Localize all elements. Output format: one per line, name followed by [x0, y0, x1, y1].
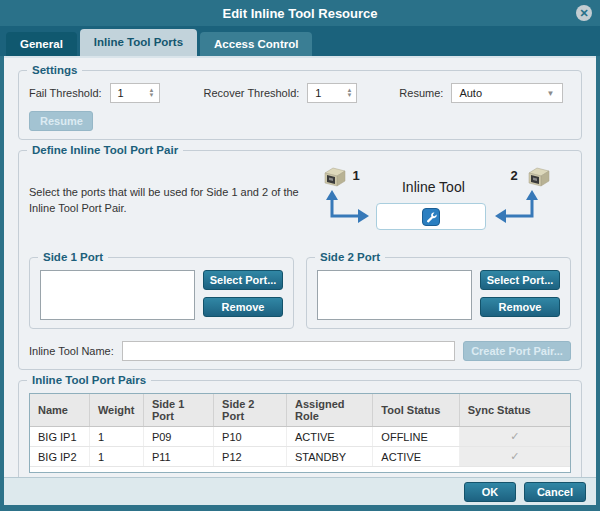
table-row[interactable]: BIG IP1 1 P09 P10 ACTIVE OFFLINE ✓ — [30, 427, 570, 447]
inline-tool-name-label: Inline Tool Name: — [29, 345, 114, 357]
sync-check-icon: ✓ — [459, 427, 570, 447]
edit-inline-tool-resource-dialog: Edit Inline Tool Resource ✕ General Inli… — [0, 0, 600, 511]
cell-side2: P12 — [214, 447, 287, 467]
column-header-side2[interactable]: Side 2 Port — [214, 394, 287, 427]
column-header-role[interactable]: Assigned Role — [286, 394, 372, 427]
resume-selected-value: Auto — [452, 87, 546, 99]
chevron-down-icon: ▼ — [546, 89, 562, 98]
cell-side1: P09 — [143, 427, 213, 447]
port-1-icon — [322, 165, 348, 189]
inline-tool-box — [376, 203, 486, 230]
side-1-port-list[interactable] — [40, 270, 195, 320]
spin-down-icon[interactable]: ▼ — [149, 93, 155, 98]
define-port-pair-legend: Define Inline Tool Port Pair — [27, 144, 183, 156]
column-header-sync-status[interactable]: Sync Status — [459, 394, 570, 427]
ok-button[interactable]: OK — [464, 482, 516, 502]
define-port-pair-fieldset: Define Inline Tool Port Pair Select the … — [18, 150, 582, 370]
port-2-icon — [526, 165, 552, 189]
title-bar: Edit Inline Tool Resource ✕ — [0, 0, 600, 26]
side-2-select-port-button[interactable]: Select Port... — [480, 270, 560, 290]
side-2-port-legend: Side 2 Port — [315, 251, 385, 263]
inline-tool-label: Inline Tool — [378, 179, 488, 195]
side-1-port-fieldset: Side 1 Port Select Port... Remove — [29, 257, 294, 329]
cell-weight: 1 — [89, 427, 143, 447]
column-header-side1[interactable]: Side 1 Port — [143, 394, 213, 427]
cell-name: BIG IP1 — [30, 427, 89, 447]
tab-bar: General Inline Tool Ports Access Control — [0, 26, 600, 56]
spin-down-icon[interactable]: ▼ — [346, 93, 352, 98]
cell-tool-status: ACTIVE — [373, 447, 459, 467]
side-1-port-legend: Side 1 Port — [38, 251, 108, 263]
inline-tool-name-input[interactable] — [122, 341, 455, 361]
cancel-button[interactable]: Cancel — [524, 482, 586, 502]
inline-tool-diagram: 1 Inline Tool 2 — [320, 163, 571, 247]
tab-inline-tool-ports[interactable]: Inline Tool Ports — [80, 29, 197, 56]
side-2-port-list[interactable] — [317, 270, 472, 320]
cell-weight: 1 — [89, 447, 143, 467]
side-2-port-fieldset: Side 2 Port Select Port... Remove — [306, 257, 571, 329]
port-pairs-table: Name Weight Side 1 Port Side 2 Port Assi… — [29, 393, 571, 473]
wrench-icon — [422, 208, 440, 226]
fail-threshold-spinner[interactable]: 1 ▲ ▼ — [110, 83, 160, 103]
dialog-footer: OK Cancel — [4, 477, 596, 505]
cell-name: BIG IP2 — [30, 447, 89, 467]
side-2-remove-button[interactable]: Remove — [480, 297, 560, 317]
table-row[interactable]: BIG IP2 1 P11 P12 STANDBY ACTIVE ✓ — [30, 447, 570, 467]
resume-dropdown[interactable]: Auto ▼ — [451, 83, 563, 103]
cell-role: ACTIVE — [286, 427, 372, 447]
recover-threshold-label: Recover Threshold: — [204, 87, 300, 99]
create-port-pair-button[interactable]: Create Port Pair... — [463, 341, 571, 361]
tab-panel-inline-tool-ports: Settings Fail Threshold: 1 ▲ ▼ Recover T… — [4, 56, 596, 477]
resume-label: Resume: — [399, 87, 443, 99]
cell-side2: P10 — [214, 427, 287, 447]
table-header-row: Name Weight Side 1 Port Side 2 Port Assi… — [30, 394, 570, 427]
fail-threshold-spin-arrows[interactable]: ▲ ▼ — [145, 88, 159, 98]
side-1-arrow — [322, 187, 372, 225]
port-1-number: 1 — [352, 168, 359, 183]
settings-legend: Settings — [27, 64, 82, 76]
port-pair-description: Select the ports that will be used for S… — [29, 163, 320, 247]
column-header-tool-status[interactable]: Tool Status — [373, 394, 459, 427]
column-header-weight[interactable]: Weight — [89, 394, 143, 427]
recover-threshold-spin-arrows[interactable]: ▲ ▼ — [342, 88, 356, 98]
side-2-arrow — [492, 187, 542, 225]
resume-button[interactable]: Resume — [29, 111, 93, 131]
cell-tool-status: OFFLINE — [373, 427, 459, 447]
port-pairs-legend: Inline Tool Port Pairs — [27, 374, 151, 386]
side-1-remove-button[interactable]: Remove — [203, 297, 283, 317]
fail-threshold-value: 1 — [111, 87, 145, 99]
sync-check-icon: ✓ — [459, 447, 570, 467]
tab-general[interactable]: General — [6, 32, 77, 56]
recover-threshold-value: 1 — [308, 87, 342, 99]
cell-role: STANDBY — [286, 447, 372, 467]
port-2-number: 2 — [510, 168, 517, 183]
port-pairs-fieldset: Inline Tool Port Pairs Name Weight Side … — [18, 380, 582, 477]
close-icon[interactable]: ✕ — [576, 5, 592, 21]
recover-threshold-spinner[interactable]: 1 ▲ ▼ — [307, 83, 357, 103]
tab-access-control[interactable]: Access Control — [200, 32, 312, 56]
column-header-name[interactable]: Name — [30, 394, 89, 427]
settings-fieldset: Settings Fail Threshold: 1 ▲ ▼ Recover T… — [18, 70, 582, 140]
side-1-select-port-button[interactable]: Select Port... — [203, 270, 283, 290]
fail-threshold-label: Fail Threshold: — [29, 87, 102, 99]
cell-side1: P11 — [143, 447, 213, 467]
dialog-title: Edit Inline Tool Resource — [222, 6, 377, 21]
